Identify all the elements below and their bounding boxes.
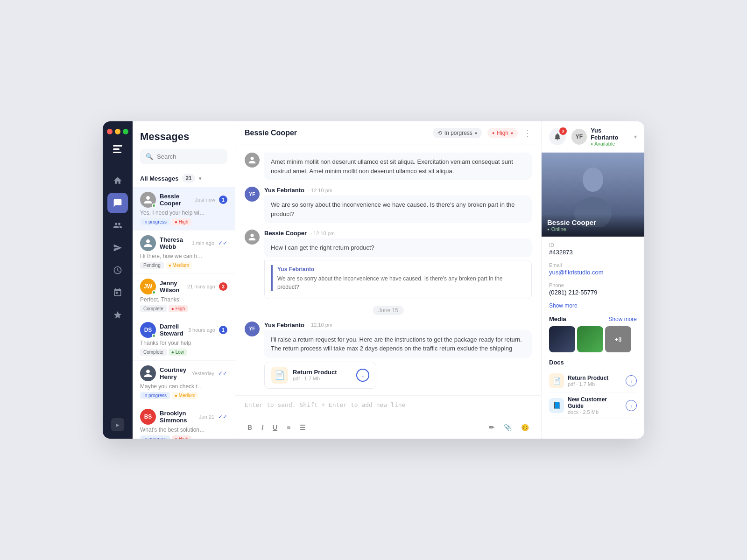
chat-contact-name: Bessie Cooper (245, 129, 427, 137)
italic-button[interactable]: I (259, 422, 266, 433)
user-name: Yus Febrianto (591, 127, 630, 141)
list-item[interactable]: Courtney Henry Yesterday ✓✓ Maybe you ca… (133, 361, 235, 404)
all-messages-bar[interactable]: All Messages 21 ▾ (133, 169, 235, 187)
edit-button[interactable]: ✏ (486, 422, 497, 433)
status-label: In porgress (444, 130, 472, 136)
id-label: ID (549, 242, 637, 248)
priority-pill[interactable]: ● High ▾ (487, 128, 518, 138)
app-logo (112, 144, 123, 157)
attach-button[interactable]: 📎 (501, 422, 514, 433)
sender-name: Yus Febrianto (264, 187, 304, 194)
message-text: I'll raise a return request for you. Her… (264, 330, 532, 358)
sidebar-collapse-button[interactable]: ▶ (111, 418, 124, 431)
message-text: How I can get the right return product? (264, 238, 532, 257)
file-attachment: 📄 Return Product pdf · 1.7 Mb ↓ (264, 362, 376, 389)
avatar: YF (245, 322, 260, 336)
contact-email[interactable]: yus@fikristudio.com (549, 269, 637, 276)
avatar (245, 230, 260, 245)
quoted-message: Yus Febrianto We are so sorry about the … (264, 260, 532, 299)
nav-messages[interactable] (107, 193, 128, 213)
svg-rect-1 (113, 148, 120, 150)
nav-home[interactable] (107, 170, 128, 191)
app-window: ▶ Messages 🔍 All Messages 21 ▾ (103, 121, 644, 439)
message-preview: What's the best solution for th... (140, 427, 205, 433)
media-section-title: Media (549, 315, 566, 322)
ordered-list-button[interactable]: ☰ (297, 422, 309, 433)
bold-button[interactable]: B (245, 422, 255, 433)
user-menu-chevron[interactable]: ▾ (634, 133, 637, 140)
online-indicator (152, 203, 156, 208)
list-item[interactable]: BS Brooklyn Simmons Jun 21 ✓✓ What's the… (133, 404, 235, 439)
online-indicator (152, 334, 156, 338)
close-dot[interactable] (107, 129, 113, 134)
more-options-icon[interactable]: ⋮ (523, 128, 532, 138)
message-time: Jun 21 (199, 414, 214, 420)
list-item[interactable]: JW Jenny Wilson 21 mins ago 3 Perfect. T… (133, 274, 235, 317)
status-icon: ⟲ (437, 130, 442, 136)
media-thumbnail[interactable] (577, 326, 603, 352)
priority-tag: ● High (169, 305, 188, 312)
download-button[interactable]: ↓ (356, 369, 369, 382)
avatar: DS (140, 322, 156, 338)
underline-button[interactable]: U (270, 422, 280, 433)
profile-status: ● Online (547, 226, 639, 232)
list-item[interactable]: Theresa Webb 1 min ago ✓✓ Hi there, how … (133, 231, 235, 274)
sidebar-nav (103, 170, 133, 418)
phone-label: Phone (549, 282, 637, 288)
message-text: We are so sorry about the inconvenience … (264, 196, 532, 223)
message-preview: Perfect. Thanks! (140, 296, 205, 303)
search-input[interactable] (157, 153, 222, 160)
message-input[interactable] (245, 401, 532, 420)
chat-toolbar: B I U ≡ ☰ ✏ 📎 😊 (245, 422, 532, 433)
contact-id: #432873 (549, 249, 637, 256)
read-icon: ✓✓ (218, 413, 227, 420)
nav-send[interactable] (107, 238, 128, 258)
user-avatar: YF (571, 129, 587, 145)
doc-meta: pdf · 1.7 Mb (568, 381, 622, 387)
priority-label: High (497, 130, 508, 136)
doc-item: 📄 Return Product pdf · 1.7 Mb ↓ (549, 370, 637, 392)
notifications-button[interactable]: 3 (549, 128, 566, 145)
contact-name: Bessie Cooper (160, 193, 191, 207)
doc-item: 📘 New Customer Guide docx · 2.5 Mb ↓ (549, 392, 637, 419)
nav-contacts[interactable] (107, 215, 128, 236)
maximize-dot[interactable] (123, 129, 128, 134)
list-item[interactable]: Bessie Cooper Just now 1 Yes, I need you… (133, 187, 235, 231)
nav-calendar[interactable] (107, 282, 128, 303)
media-grid: +3 (549, 326, 637, 352)
unread-badge: 1 (219, 326, 227, 334)
minimize-dot[interactable] (115, 129, 120, 134)
list-item[interactable]: DS Darrell Steward 3 hours ago 1 Thanks … (133, 317, 235, 361)
message-row: Bessie Cooper · 12.10 pm How I can get t… (245, 230, 532, 299)
contact-name: Theresa Webb (160, 236, 188, 250)
media-thumbnail[interactable] (549, 326, 575, 352)
avatar (140, 235, 156, 251)
media-more-button[interactable]: +3 (605, 326, 631, 352)
chevron-down-icon: ▾ (199, 176, 201, 181)
doc-icon: 📘 (549, 398, 564, 413)
svg-rect-2 (113, 152, 121, 153)
nav-star[interactable] (107, 305, 128, 325)
unordered-list-button[interactable]: ≡ (284, 422, 293, 433)
nav-clock[interactable] (107, 260, 128, 280)
show-more-button[interactable]: Show more (549, 302, 637, 309)
status-pill[interactable]: ⟲ In porgress ▾ (433, 128, 482, 138)
avatar (245, 153, 260, 168)
svg-point-3 (583, 168, 603, 192)
doc-download-button[interactable]: ↓ (626, 375, 637, 386)
doc-name: Return Product (568, 375, 622, 381)
status-tag: In progress (140, 435, 170, 439)
media-show-more[interactable]: Show more (608, 316, 637, 322)
conversation-list: Bessie Cooper Just now 1 Yes, I need you… (133, 187, 235, 439)
messages-panel: Messages 🔍 All Messages 21 ▾ Bessie (133, 121, 235, 439)
read-icon: ✓✓ (218, 370, 227, 377)
search-icon: 🔍 (146, 153, 153, 160)
message-preview: Maybe you can check the setti... (140, 383, 205, 390)
contact-name: Jenny Wilson (160, 280, 183, 294)
search-box[interactable]: 🔍 (140, 149, 227, 164)
message-time: · 12.10 pm (310, 231, 335, 236)
priority-tag: ● Low (169, 349, 187, 356)
emoji-button[interactable]: 😊 (518, 422, 532, 433)
sidebar: ▶ (103, 121, 133, 439)
doc-download-button[interactable]: ↓ (626, 400, 637, 411)
